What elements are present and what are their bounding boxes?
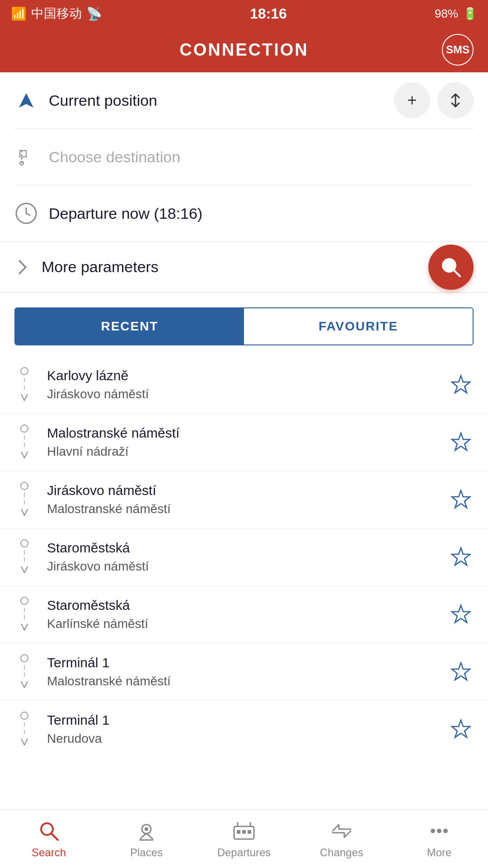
route-to: Nerudova bbox=[47, 731, 436, 746]
route-names: Terminál 1 Malostranské náměstí bbox=[47, 655, 436, 689]
route-names: Staroměstská Karlínské náměstí bbox=[47, 598, 436, 631]
departure-row[interactable]: Departure now (18:16) bbox=[0, 185, 488, 242]
list-item[interactable]: Malostranské náměstí Hlavní nádraží bbox=[0, 414, 488, 471]
svg-point-19 bbox=[437, 829, 441, 833]
svg-point-13 bbox=[145, 827, 148, 831]
svg-rect-15 bbox=[237, 830, 240, 834]
route-dots-icon bbox=[14, 539, 34, 575]
status-time: 18:16 bbox=[250, 5, 287, 22]
route-names: Malostranské náměstí Hlavní nádraží bbox=[47, 425, 436, 459]
route-from: Malostranské náměstí bbox=[47, 425, 436, 441]
departure-text: Departure now (18:16) bbox=[49, 205, 202, 222]
list-item[interactable]: Terminál 1 Malostranské náměstí bbox=[0, 643, 488, 701]
more-icon bbox=[427, 819, 451, 843]
favourite-star-button[interactable] bbox=[448, 544, 474, 570]
departures-icon bbox=[232, 819, 256, 843]
svg-rect-17 bbox=[248, 830, 251, 834]
app-header: CONNECTION SMS bbox=[0, 27, 488, 72]
status-bar: 📶 中国移动 📡 18:16 98% 🔋 bbox=[0, 0, 488, 27]
route-to: Jiráskovo náměstí bbox=[47, 559, 436, 574]
route-dots-icon bbox=[14, 597, 34, 632]
list-item[interactable]: Karlovy lázně Jiráskovo náměstí bbox=[0, 356, 488, 414]
route-names: Terminál 1 Nerudova bbox=[47, 712, 436, 746]
destination-row[interactable]: Choose destination bbox=[14, 129, 474, 185]
route-from: Karlovy lázně bbox=[47, 368, 436, 383]
route-dots-icon bbox=[14, 654, 34, 689]
svg-rect-16 bbox=[242, 830, 246, 834]
svg-marker-6 bbox=[452, 491, 470, 508]
places-icon bbox=[135, 819, 158, 843]
search-icon bbox=[37, 819, 61, 843]
search-fab-button[interactable] bbox=[428, 245, 474, 290]
route-to: Malostranské náměstí bbox=[47, 502, 436, 516]
nav-item-changes[interactable]: Changes bbox=[293, 810, 390, 868]
status-bar-left: 📶 中国移动 📡 bbox=[11, 5, 102, 22]
route-to: Malostranské náměstí bbox=[47, 674, 436, 689]
svg-point-20 bbox=[443, 829, 448, 833]
svg-marker-8 bbox=[452, 605, 470, 623]
more-params-text: More parameters bbox=[42, 258, 159, 276]
sms-button[interactable]: SMS bbox=[442, 34, 474, 66]
battery-icon: 🔋 bbox=[463, 7, 477, 21]
list-item[interactable]: Staroměstská Jiráskovo náměstí bbox=[0, 528, 488, 586]
status-bar-right: 98% 🔋 bbox=[435, 7, 477, 21]
tabs-row: RECENT FAVOURITE bbox=[14, 307, 474, 345]
chevron-right-icon bbox=[14, 259, 31, 275]
favourite-star-button[interactable] bbox=[448, 659, 474, 684]
favourite-star-button[interactable] bbox=[448, 602, 474, 627]
list-item[interactable]: Jiráskovo náměstí Malostranské náměstí bbox=[0, 471, 488, 528]
route-from: Jiráskovo náměstí bbox=[47, 483, 436, 498]
route-names: Jiráskovo náměstí Malostranské náměstí bbox=[47, 483, 436, 516]
list-item[interactable]: Staroměstská Karlínské náměstí bbox=[0, 586, 488, 643]
tab-favourite[interactable]: FAVOURITE bbox=[244, 308, 473, 344]
recent-list: Karlovy lázně Jiráskovo náměstí Malostra… bbox=[0, 349, 488, 765]
carrier-text: 中国移动 bbox=[31, 5, 82, 22]
route-to: Jiráskovo náměstí bbox=[47, 387, 436, 401]
route-dots-icon bbox=[14, 367, 34, 402]
destination-placeholder: Choose destination bbox=[49, 148, 180, 166]
nav-item-places[interactable]: Places bbox=[98, 810, 195, 868]
favourite-star-button[interactable] bbox=[448, 717, 474, 742]
favourite-star-button[interactable] bbox=[448, 429, 474, 455]
svg-marker-0 bbox=[19, 93, 33, 108]
route-to: Karlínské náměstí bbox=[47, 617, 436, 631]
nav-item-departures[interactable]: Departures bbox=[195, 810, 293, 868]
battery-text: 98% bbox=[435, 7, 458, 21]
nav-item-more[interactable]: More bbox=[390, 810, 488, 868]
signal-icon: 📶 bbox=[11, 6, 27, 21]
route-section: Current position + bbox=[0, 72, 488, 185]
svg-marker-9 bbox=[452, 663, 470, 680]
main-content: Current position + bbox=[0, 72, 488, 828]
svg-marker-5 bbox=[452, 433, 470, 450]
changes-nav-label: Changes bbox=[320, 846, 363, 859]
origin-text: Current position bbox=[49, 92, 157, 109]
route-dots-icon bbox=[14, 482, 34, 517]
svg-marker-10 bbox=[452, 720, 470, 737]
route-dots-icon bbox=[14, 425, 34, 460]
departures-nav-label: Departures bbox=[217, 846, 271, 859]
route-to: Hlavní nádraží bbox=[47, 444, 436, 459]
nav-item-search[interactable]: Search bbox=[0, 810, 98, 868]
route-dots-icon bbox=[14, 712, 34, 747]
svg-point-18 bbox=[431, 829, 435, 833]
favourite-star-button[interactable] bbox=[448, 372, 474, 397]
route-actions: + bbox=[394, 82, 474, 118]
route-from: Terminál 1 bbox=[47, 655, 436, 670]
origin-row[interactable]: Current position + bbox=[14, 72, 474, 129]
route-names: Staroměstská Jiráskovo náměstí bbox=[47, 540, 436, 574]
wifi-icon: 📡 bbox=[86, 6, 102, 21]
clock-icon bbox=[14, 202, 38, 225]
destination-icon bbox=[14, 145, 38, 169]
swap-route-button[interactable] bbox=[437, 82, 474, 118]
places-nav-label: Places bbox=[130, 846, 163, 859]
route-from: Terminál 1 bbox=[47, 712, 436, 728]
more-nav-label: More bbox=[427, 846, 452, 859]
route-from: Staroměstská bbox=[47, 540, 436, 556]
search-nav-label: Search bbox=[32, 846, 66, 859]
list-item[interactable]: Terminál 1 Nerudova bbox=[0, 701, 488, 758]
tab-recent[interactable]: RECENT bbox=[15, 308, 244, 344]
add-waypoint-button[interactable]: + bbox=[394, 82, 430, 118]
more-params-row[interactable]: More parameters bbox=[0, 242, 488, 293]
favourite-star-button[interactable] bbox=[448, 487, 474, 512]
route-names: Karlovy lázně Jiráskovo náměstí bbox=[47, 368, 436, 401]
